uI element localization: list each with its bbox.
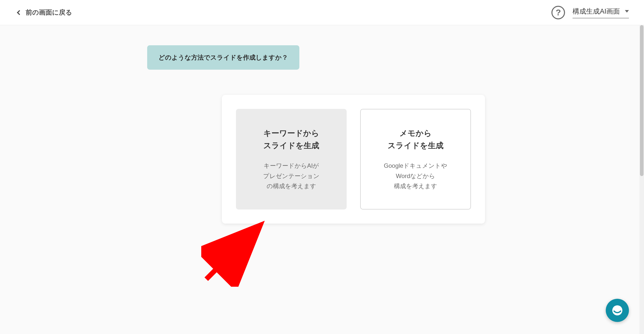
chat-fab-button[interactable] [606, 299, 629, 322]
header-right: ? 構成生成AI画面 [551, 6, 629, 19]
option-card-memo[interactable]: メモから スライドを生成 Googleドキュメントや Wordなどから 構成を考… [360, 109, 471, 210]
screen-selector-label: 構成生成AI画面 [573, 7, 620, 16]
prompt-text: どのような方法でスライドを作成しますか？ [158, 54, 288, 61]
header: 前の画面に戻る ? 構成生成AI画面 [0, 0, 644, 25]
chevron-left-icon [17, 10, 22, 15]
main-content: どのような方法でスライドを作成しますか？ キーワードから スライドを生成 キーワ… [0, 25, 644, 334]
svg-line-1 [206, 231, 254, 279]
prompt-bubble: どのような方法でスライドを作成しますか？ [147, 45, 299, 70]
option-card-keyword[interactable]: キーワードから スライドを生成 キーワードからAIが プレゼンテーション の構成… [236, 109, 347, 210]
option-desc: キーワードからAIが プレゼンテーション の構成を考えます [263, 161, 319, 191]
scrollbar-thumb[interactable] [640, 25, 643, 176]
chat-icon [611, 304, 624, 317]
help-icon[interactable]: ? [551, 6, 565, 19]
options-panel: キーワードから スライドを生成 キーワードからAIが プレゼンテーション の構成… [222, 95, 485, 224]
option-title: メモから スライドを生成 [388, 127, 444, 152]
screen-selector-dropdown[interactable]: 構成生成AI画面 [573, 7, 629, 18]
back-button[interactable]: 前の画面に戻る [18, 8, 72, 17]
option-title: キーワードから スライドを生成 [263, 127, 319, 152]
scrollbar-track[interactable] [639, 25, 644, 334]
chevron-down-icon [625, 10, 629, 13]
svg-point-2 [612, 305, 622, 315]
option-desc: Googleドキュメントや Wordなどから 構成を考えます [384, 161, 447, 191]
back-label: 前の画面に戻る [26, 8, 72, 17]
